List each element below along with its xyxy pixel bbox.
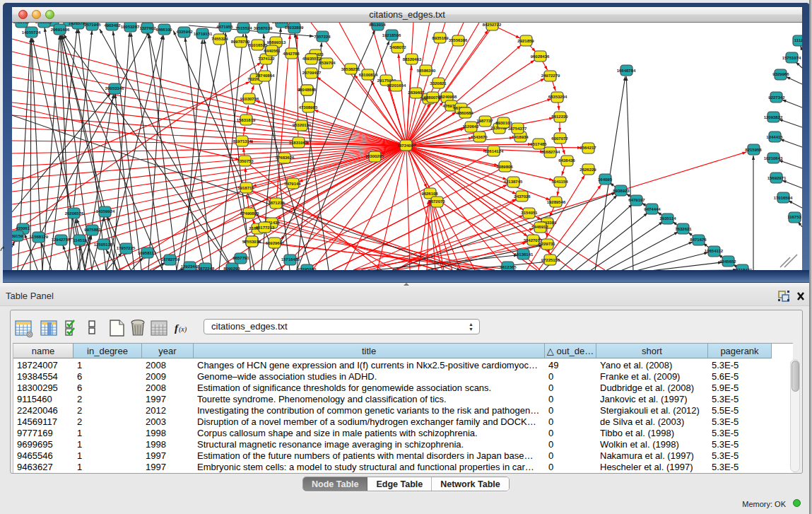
svg-text:3871230: 3871230 <box>268 201 285 205</box>
svg-text:4903402: 4903402 <box>104 23 121 28</box>
svg-text:2921859: 2921859 <box>517 39 534 43</box>
svg-text:10872248: 10872248 <box>196 267 215 270</box>
svg-text:19289546: 19289546 <box>547 200 566 204</box>
svg-text:7089806: 7089806 <box>496 165 513 169</box>
svg-text:2839607: 2839607 <box>408 90 425 95</box>
svg-text:1120642: 1120642 <box>462 124 479 129</box>
svg-text:96028436: 96028436 <box>531 54 550 59</box>
svg-text:19218506: 19218506 <box>382 33 401 37</box>
svg-text:116753: 116753 <box>787 215 801 219</box>
svg-text:5479144: 5479144 <box>284 182 301 186</box>
svg-text:7374122: 7374122 <box>258 57 275 61</box>
svg-text:164095: 164095 <box>598 177 613 182</box>
svg-text:57553014: 57553014 <box>242 240 261 244</box>
svg-text:10958117: 10958117 <box>138 251 157 255</box>
svg-text:6479197: 6479197 <box>628 198 645 202</box>
svg-text:42138745: 42138745 <box>504 180 523 184</box>
svg-text:9329966: 9329966 <box>772 72 789 76</box>
svg-text:1244415: 1244415 <box>766 135 783 139</box>
svg-text:31831063: 31831063 <box>289 141 308 145</box>
svg-text:5918715: 5918715 <box>237 186 254 190</box>
svg-text:28740864: 28740864 <box>256 74 275 78</box>
svg-text:12614124: 12614124 <box>485 149 504 153</box>
svg-text:22201654: 22201654 <box>387 83 406 88</box>
svg-text:20691406: 20691406 <box>51 28 70 32</box>
svg-text:10053287: 10053287 <box>121 25 140 29</box>
svg-text:20206576: 20206576 <box>65 211 84 216</box>
svg-text:16782759: 16782759 <box>161 257 180 262</box>
svg-text:15692971: 15692971 <box>767 176 787 180</box>
svg-text:8090293: 8090293 <box>223 267 240 270</box>
svg-text:8930103: 8930103 <box>495 121 512 125</box>
svg-text:5672073: 5672073 <box>428 199 445 204</box>
svg-text:6229731: 6229731 <box>539 242 555 246</box>
svg-text:17957225: 17957225 <box>117 246 136 250</box>
svg-text:6007072: 6007072 <box>551 136 568 141</box>
svg-text:16648784: 16648784 <box>617 69 636 73</box>
svg-text:81016525: 81016525 <box>249 43 268 47</box>
svg-text:7350753: 7350753 <box>237 159 254 163</box>
svg-text:15831819: 15831819 <box>237 118 256 122</box>
svg-text:58586340: 58586340 <box>417 69 436 73</box>
svg-text:68353204: 68353204 <box>548 95 567 99</box>
svg-text:3320821: 3320821 <box>430 81 447 86</box>
svg-text:97225156: 97225156 <box>541 258 560 262</box>
svg-text:24972279: 24972279 <box>541 74 560 78</box>
svg-text:84252722: 84252722 <box>483 23 502 27</box>
svg-text:7515524: 7515524 <box>235 26 252 30</box>
svg-text:17016504: 17016504 <box>774 196 793 200</box>
svg-text:2935114: 2935114 <box>659 216 676 221</box>
svg-text:4860684: 4860684 <box>457 111 473 115</box>
svg-text:4671955: 4671955 <box>216 25 233 29</box>
svg-text:60929647: 60929647 <box>266 241 285 245</box>
svg-text:2626229: 2626229 <box>579 168 596 172</box>
svg-text:9626108: 9626108 <box>421 192 438 196</box>
svg-text:87490893: 87490893 <box>240 211 259 216</box>
svg-text:10210643: 10210643 <box>764 156 783 160</box>
svg-text:38754377: 38754377 <box>508 127 527 131</box>
svg-text:7357224: 7357224 <box>314 35 331 39</box>
svg-text:39587039: 39587039 <box>254 26 273 30</box>
svg-text:14055724: 14055724 <box>22 30 41 35</box>
svg-text:11568129: 11568129 <box>30 235 49 239</box>
svg-text:114519: 114519 <box>73 238 87 243</box>
svg-text:6466100: 6466100 <box>155 28 172 32</box>
svg-text:57683626: 57683626 <box>276 156 295 160</box>
svg-text:5041154: 5041154 <box>551 180 568 184</box>
svg-text:23718431: 23718431 <box>734 268 753 270</box>
svg-text:1987737: 1987737 <box>476 119 493 123</box>
svg-text:2458591: 2458591 <box>35 23 52 24</box>
svg-text:18300295: 18300295 <box>365 154 384 158</box>
svg-text:90048665: 90048665 <box>298 88 317 92</box>
svg-text:81971316: 81971316 <box>233 139 252 144</box>
svg-text:89978790: 89978790 <box>231 40 250 44</box>
svg-text:12505135: 12505135 <box>94 243 113 247</box>
svg-text:88320463: 88320463 <box>403 57 422 62</box>
svg-text:16033809: 16033809 <box>285 25 304 30</box>
svg-text:89089901: 89089901 <box>272 23 291 24</box>
svg-text:39159: 39159 <box>12 234 23 238</box>
svg-text:31682744: 31682744 <box>541 150 560 154</box>
svg-text:63100814: 63100814 <box>359 73 378 77</box>
svg-text:12942757: 12942757 <box>52 238 71 242</box>
svg-text:9517485: 9517485 <box>530 142 547 146</box>
svg-text:3154051: 3154051 <box>521 211 538 215</box>
svg-text:65177213: 65177213 <box>256 226 275 230</box>
svg-text:5446912: 5446912 <box>531 225 548 229</box>
svg-text:1112: 1112 <box>794 38 802 42</box>
svg-text:2437026: 2437026 <box>514 194 531 199</box>
svg-text:9975887: 9975887 <box>84 228 101 232</box>
svg-text:6440561: 6440561 <box>264 49 281 53</box>
svg-text:5408072: 5408072 <box>389 45 406 49</box>
svg-text:9474444: 9474444 <box>644 207 661 211</box>
svg-text:7632621: 7632621 <box>675 227 692 231</box>
svg-text:8215958: 8215958 <box>745 148 762 152</box>
svg-text:3564217: 3564217 <box>579 146 596 150</box>
svg-text:9245652: 9245652 <box>719 259 736 264</box>
svg-text:15136141: 15136141 <box>514 252 534 257</box>
svg-text:15716485: 15716485 <box>281 257 300 262</box>
svg-text:20709497: 20709497 <box>302 71 322 75</box>
svg-text:4539704: 4539704 <box>319 61 336 65</box>
svg-text:14359924: 14359924 <box>96 209 115 214</box>
svg-text:91030736: 91030736 <box>240 97 259 101</box>
